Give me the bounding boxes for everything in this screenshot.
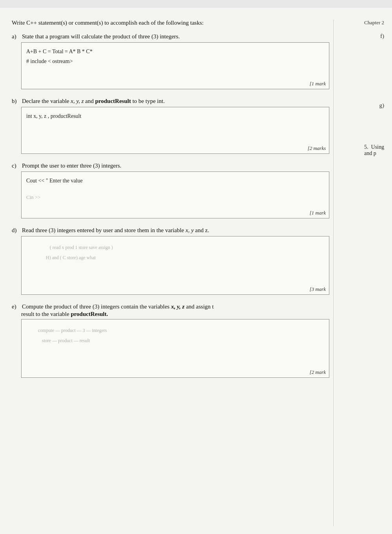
question-a-text: State that a program will calculate the … [22,33,329,40]
question-c: c) Prompt the user to enter three (3) in… [12,162,329,218]
answer-b-line1: int x, y, z , productResult [26,111,324,121]
chapter-label: Chapter 2 [364,20,384,26]
question-e: e) Compute the product of three (3) inte… [12,303,329,378]
question-d-label: d) Read three (3) integers entered by us… [12,227,329,234]
sidebar-f: f) [380,33,384,40]
question-d: d) Read three (3) integers entered by us… [12,227,329,295]
answer-box-b: int x, y, z , productResult [2 marks [21,107,329,154]
answer-e-faded: compute — product — 3 — integers store —… [26,325,324,346]
sidebar-g: g) [379,102,385,109]
answer-box-e: compute — product — 3 — integers store —… [21,319,329,378]
question-c-letter: c) [12,162,19,169]
sidebar-5: 5. Using and p [364,144,384,157]
product-result-e: productResult. [71,311,108,317]
vars-e: x, y, z [171,303,184,310]
question-a-letter: a) [12,33,19,40]
question-a: a) State that a program will calculate t… [12,33,329,89]
answer-d-faded: ( read x prod 1 store save assign ) H) a… [26,242,324,263]
answer-a-line1: A+B + C = Total = A* B * C* [26,47,324,56]
mark-c: [1 mark [309,210,326,216]
question-b-letter: b) [12,98,19,105]
question-e-text2: result to the variable productResult. [21,311,108,318]
mark-b: [2 marks [307,145,326,152]
question-b: b) Declare the variable x, y, z and prod… [12,98,329,154]
right-sidebar: Chapter 2 f) g) 5. Using and p [333,20,384,526]
mark-e: [2 mark [309,369,326,375]
vars-d: x, y [186,227,194,233]
page: Write C++ statement(s) or comment(s) to … [0,8,392,534]
intro-text: Write C++ statement(s) or comment(s) to … [12,20,329,26]
question-d-text: Read three (3) integers entered by user … [22,227,329,234]
mark-a: [1 mark [309,81,326,87]
mark-d: [3 mark [309,286,326,292]
answer-b-content: int x, y, z , productResult [26,111,324,121]
question-e-letter: e) [12,303,19,310]
answer-box-a: A+B + C = Total = A* B * C* # include < … [21,42,329,89]
question-d-letter: d) [12,227,19,234]
answer-c-faded: Cin >> [26,193,324,202]
question-e-label: e) Compute the product of three (3) inte… [12,303,329,310]
answer-a-content: A+B + C = Total = A* B * C* # include < … [26,47,324,66]
question-e-line2: result to the variable productResult. [21,311,329,318]
answer-c-line1: Cout << " Enter the value [26,176,324,186]
sidebar-5-label: 5. Using [364,144,384,150]
question-b-label: b) Declare the variable x, y, z and prod… [12,98,329,105]
vars-b: x, y, z [71,98,84,104]
question-e-text: Compute the product of three (3) integer… [22,303,329,310]
answer-box-c: Cout << " Enter the value Cin >> [1 mark [21,171,329,218]
product-result-b: productResult [95,98,131,104]
question-c-text: Prompt the user to enter three (3) integ… [22,162,329,169]
answer-box-d: ( read x prod 1 store save assign ) H) a… [21,236,329,295]
answer-a-line2: # include < ostream> [26,56,324,66]
main-content: Write C++ statement(s) or comment(s) to … [12,20,333,526]
question-b-text: Declare the variable x, y, z and product… [22,98,329,105]
page-header: Write C++ statement(s) or comment(s) to … [12,20,329,26]
question-a-label: a) State that a program will calculate t… [12,33,329,40]
sidebar-5-text: and p [364,150,384,157]
answer-c-content: Cout << " Enter the value [26,176,324,186]
question-c-label: c) Prompt the user to enter three (3) in… [12,162,329,169]
